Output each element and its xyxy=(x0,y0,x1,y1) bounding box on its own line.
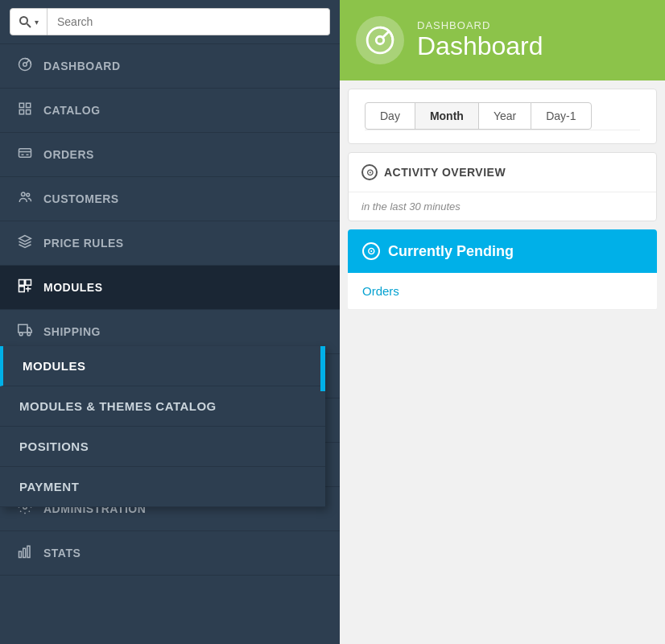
pending-section: ⊙ Currently Pending Orders xyxy=(348,229,657,310)
nav-label-dashboard: DASHBOARD xyxy=(43,60,121,72)
nav-label-shipping: SHIPPING xyxy=(43,325,101,338)
activity-clock-icon: ⊙ xyxy=(361,164,378,180)
dropdown-item-positions[interactable]: Positions xyxy=(0,427,325,467)
price-rules-icon xyxy=(16,234,34,252)
svg-rect-21 xyxy=(19,551,22,558)
dropdown-item-themes-catalog[interactable]: Modules & Themes Catalog xyxy=(0,386,325,427)
catalog-icon xyxy=(16,101,34,119)
svg-point-10 xyxy=(22,192,26,196)
header-text: DASHBOARD Dashboard xyxy=(417,19,543,61)
search-bar: ▾ xyxy=(0,0,340,44)
nav-label-stats: STATS xyxy=(43,547,81,559)
activity-header: ⊙ ACTIVITY OVERVIEW xyxy=(349,153,656,192)
nav-item-price-rules[interactable]: PRICE RULES xyxy=(0,221,340,266)
svg-rect-12 xyxy=(19,280,25,286)
nav-item-modules[interactable]: MODULES Modules Modules & Themes Catalog… xyxy=(0,266,340,310)
pending-title: Currently Pending xyxy=(388,243,514,260)
date-tabs-section: Day Month Year Day-1 xyxy=(348,89,657,144)
nav-item-catalog[interactable]: CATALOG xyxy=(0,89,340,133)
svg-line-1 xyxy=(27,24,31,28)
search-dropdown-button[interactable]: ▾ xyxy=(10,8,48,35)
sidebar: ▾ DASHBOARD CATALOG ORDERS CUSTOMERS PRI… xyxy=(0,0,340,644)
svg-rect-13 xyxy=(26,280,31,286)
search-icon xyxy=(19,15,31,28)
svg-rect-8 xyxy=(19,110,23,114)
dashboard-icon xyxy=(16,57,34,75)
svg-line-4 xyxy=(27,60,29,63)
nav-label-catalog: CATALOG xyxy=(43,104,101,117)
svg-point-3 xyxy=(23,63,27,67)
tab-day1[interactable]: Day-1 xyxy=(531,102,591,130)
svg-point-0 xyxy=(20,17,27,24)
stats-icon xyxy=(16,544,34,562)
pending-clock-icon: ⊙ xyxy=(362,242,380,260)
nav-label-orders: ORDERS xyxy=(43,148,94,161)
modules-icon xyxy=(16,279,34,296)
modules-dropdown: Modules Modules & Themes Catalog Positio… xyxy=(0,346,325,507)
nav-item-customers[interactable]: CUSTOMERS xyxy=(0,177,340,221)
svg-rect-22 xyxy=(23,548,26,557)
svg-point-11 xyxy=(27,193,30,196)
svg-rect-14 xyxy=(19,287,25,292)
svg-rect-15 xyxy=(19,324,27,332)
svg-rect-6 xyxy=(27,103,31,107)
page-header: DASHBOARD Dashboard xyxy=(340,0,665,80)
orders-icon xyxy=(16,146,34,163)
nav-label-customers: CUSTOMERS xyxy=(43,192,119,205)
pending-header: ⊙ Currently Pending xyxy=(348,229,657,273)
date-tabs: Day Month Year Day-1 xyxy=(365,102,640,130)
tab-year[interactable]: Year xyxy=(478,102,531,130)
svg-rect-23 xyxy=(27,546,30,557)
svg-point-17 xyxy=(27,332,31,336)
svg-point-16 xyxy=(19,332,23,336)
dropdown-accent xyxy=(320,346,325,391)
svg-rect-5 xyxy=(19,103,23,107)
shipping-icon xyxy=(16,323,34,341)
svg-point-25 xyxy=(376,36,384,44)
orders-link[interactable]: Orders xyxy=(348,273,657,310)
activity-section: ⊙ ACTIVITY OVERVIEW in the last 30 minut… xyxy=(348,152,657,221)
search-input[interactable] xyxy=(48,8,330,35)
nav-item-orders[interactable]: ORDERS xyxy=(0,133,340,177)
nav-label-modules: MODULES xyxy=(43,281,103,294)
header-subtitle: DASHBOARD xyxy=(417,19,543,31)
svg-rect-9 xyxy=(19,149,31,158)
header-icon xyxy=(356,16,404,64)
page-title: Dashboard xyxy=(417,31,543,61)
dropdown-item-payment[interactable]: Payment xyxy=(0,467,325,507)
tab-day[interactable]: Day xyxy=(365,102,415,130)
nav-item-dashboard[interactable]: DASHBOARD xyxy=(0,44,340,89)
svg-rect-7 xyxy=(27,110,31,114)
nav-label-price-rules: PRICE RULES xyxy=(43,237,124,250)
activity-title: ACTIVITY OVERVIEW xyxy=(384,166,506,179)
dropdown-arrow-icon: ▾ xyxy=(35,18,39,27)
svg-line-26 xyxy=(383,31,389,37)
nav-item-stats[interactable]: STATS xyxy=(0,531,340,576)
customers-icon xyxy=(16,190,34,208)
tab-month[interactable]: Month xyxy=(415,102,479,130)
last-minutes-label: in the last 30 minutes xyxy=(349,192,656,221)
dropdown-item-modules[interactable]: Modules xyxy=(0,346,325,386)
main-content: DASHBOARD Dashboard Day Month Year Day-1… xyxy=(340,0,665,644)
